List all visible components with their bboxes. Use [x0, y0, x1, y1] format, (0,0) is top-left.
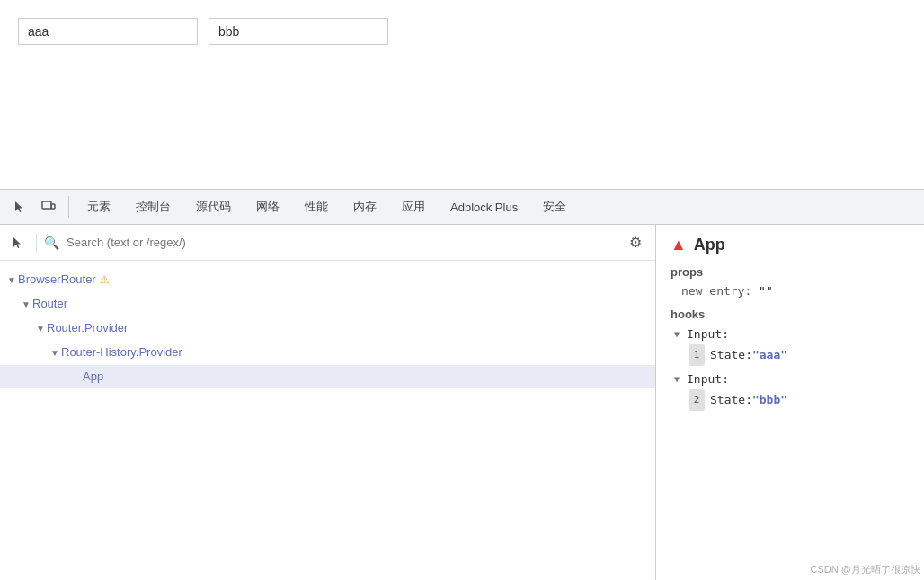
tab-sources[interactable]: 源代码: [185, 195, 242, 219]
tab-elements[interactable]: 元素: [76, 195, 121, 219]
prop-key: new entry:: [681, 284, 759, 298]
hook-state-val-1: "aaa": [752, 345, 787, 365]
hooks-section: hooks ▼ Input: 1 State: "aaa" ▼ Input: 2…: [671, 308, 910, 411]
tree-item-browserrouter[interactable]: ▼ BrowserRouter⚠: [0, 268, 655, 292]
hook-state-row-1: 1 State: "aaa": [671, 344, 910, 366]
watermark: CSDN @月光晒了很凉快: [811, 563, 920, 576]
tab-console[interactable]: 控制台: [125, 195, 182, 219]
search-input[interactable]: [67, 236, 616, 249]
tab-network[interactable]: 网络: [245, 195, 290, 219]
hook-label-2: Input:: [687, 370, 729, 389]
hook-index-2: 2: [689, 389, 705, 411]
warn-browserrouter: ⚠: [100, 273, 110, 286]
devtools-main: 🔍 ⚙ ▼ BrowserRouter⚠ ▼ Router ▼ Router.P…: [0, 225, 924, 580]
tab-application[interactable]: 应用: [391, 195, 436, 219]
left-panel: 🔍 ⚙ ▼ BrowserRouter⚠ ▼ Router ▼ Router.P…: [0, 225, 656, 580]
hook-caret-2: ▼: [674, 370, 683, 389]
hook-state-row-2: 2 State: "bbb": [671, 389, 910, 411]
hook-caret-1: ▼: [674, 325, 683, 344]
hook-item-2: ▼ Input:: [671, 370, 910, 389]
app-input-1[interactable]: [18, 18, 198, 45]
component-header: ▲ App: [671, 236, 910, 254]
search-icon: 🔍: [44, 236, 59, 250]
tab-security[interactable]: 安全: [532, 195, 577, 219]
tab-performance[interactable]: 性能: [294, 195, 339, 219]
inspect-icon[interactable]: [7, 232, 29, 254]
right-panel: ▲ App props new entry: "" hooks ▼ Input:…: [656, 225, 924, 580]
caret-router-history: ▼: [50, 344, 61, 363]
tab-memory[interactable]: 内存: [342, 195, 387, 219]
caret-router-provider: ▼: [36, 319, 47, 339]
tree-item-router-history-provider[interactable]: ▼ Router-History.Provider: [0, 341, 655, 365]
svg-rect-0: [42, 201, 51, 209]
warn-triangle-icon: ▲: [671, 236, 687, 254]
tree-item-app[interactable]: App: [0, 365, 655, 388]
cursor-icon[interactable]: [7, 194, 32, 219]
devtools-toolbar: 元素 控制台 源代码 网络 性能 内存 应用 Adblock Plus 安全: [0, 189, 924, 225]
tree-item-router-provider[interactable]: ▼ Router.Provider: [0, 317, 655, 341]
component-title: App: [694, 236, 725, 254]
search-separator: [36, 234, 37, 252]
svg-rect-1: [51, 204, 55, 209]
hook-state-key-2: State:: [710, 390, 752, 410]
hook-label-1: Input:: [687, 325, 729, 344]
hook-index-1: 1: [689, 344, 705, 366]
tab-adblock[interactable]: Adblock Plus: [440, 197, 529, 218]
toolbar-separator: [68, 196, 69, 218]
prop-val: "": [759, 284, 773, 298]
hook-state-val-2: "bbb": [752, 390, 787, 410]
hooks-label: hooks: [671, 308, 910, 321]
app-input-2[interactable]: [209, 18, 388, 45]
props-label: props: [671, 265, 910, 279]
component-tree: ▼ BrowserRouter⚠ ▼ Router ▼ Router.Provi…: [0, 261, 655, 580]
hook-state-key-1: State:: [710, 345, 752, 365]
hook-item-1: ▼ Input:: [671, 325, 910, 344]
tree-item-router[interactable]: ▼ Router: [0, 292, 655, 317]
search-bar: 🔍 ⚙: [0, 225, 655, 261]
settings-icon[interactable]: ⚙: [623, 230, 648, 255]
prop-row-new-entry: new entry: "": [671, 282, 910, 300]
app-area: [0, 0, 924, 189]
caret-browserrouter: ▼: [7, 271, 18, 290]
responsive-icon[interactable]: [36, 194, 61, 219]
caret-router: ▼: [22, 295, 32, 315]
